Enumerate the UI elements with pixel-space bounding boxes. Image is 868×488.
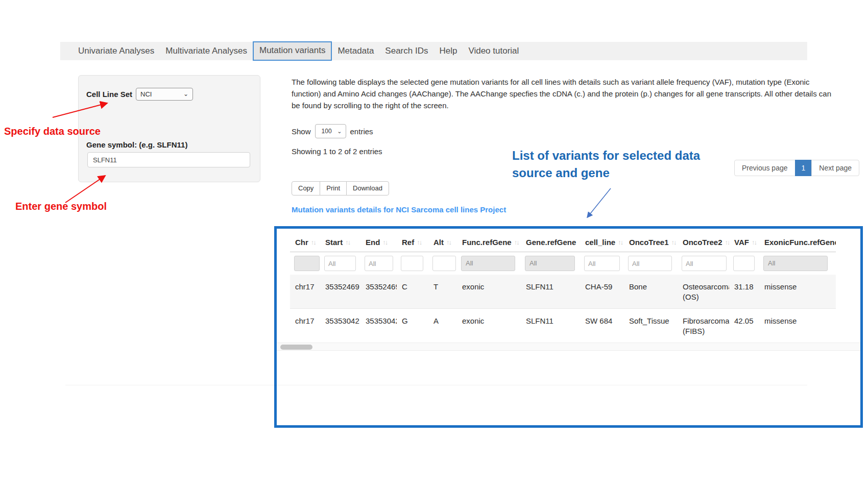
column-header-chr[interactable]: Chr↑↓ — [290, 229, 320, 252]
annotation-specify-data-source: Specify data source — [4, 126, 101, 137]
filter-oncotree2[interactable] — [682, 256, 727, 271]
filter-start[interactable] — [324, 256, 356, 271]
table-row: chr17 35353042 35353042 G A exonic SLFN1… — [290, 309, 836, 343]
filter-oncotree1[interactable] — [628, 256, 672, 271]
cell-line-set-label: Cell Line Set — [86, 90, 132, 99]
tab-help[interactable]: Help — [433, 42, 463, 60]
sort-icon[interactable]: ↑↓ — [578, 238, 580, 246]
column-header-oncotree2[interactable]: OncoTree2↑↓ — [678, 229, 729, 252]
query-panel: Cell Line Set NCI ⌄ Gene symbol: (e.g. S… — [78, 75, 260, 182]
filter-gene-refgene[interactable]: All — [525, 256, 575, 271]
filter-cell-line[interactable] — [584, 256, 620, 271]
filter-func-refgene[interactable]: All — [461, 256, 515, 271]
pagination: Previous page 1 Next page — [734, 160, 859, 176]
sort-icon[interactable]: ↑↓ — [345, 238, 350, 246]
chevron-down-icon: ⌄ — [337, 125, 342, 138]
column-header-end[interactable]: End↑↓ — [360, 229, 397, 252]
table-description: The following table displays the selecte… — [292, 76, 836, 111]
filter-end[interactable] — [365, 256, 393, 271]
variants-table-box: Chr↑↓ Start↑↓ End↑↓ Ref↑↓ Alt↑↓ Func.ref… — [274, 226, 863, 428]
page-length-value: 100 — [322, 128, 332, 135]
gene-symbol-label: Gene symbol: (e.g. SLFN11) — [86, 140, 187, 149]
column-header-cell-line[interactable]: cell_line↑↓ — [580, 229, 624, 252]
column-header-ref[interactable]: Ref↑↓ — [397, 229, 428, 252]
column-header-alt[interactable]: Alt↑↓ — [428, 229, 457, 252]
filter-ref[interactable] — [401, 256, 423, 271]
column-header-gene-refgene[interactable]: Gene.refGene↑↓ — [521, 229, 580, 252]
tab-mutation-variants[interactable]: Mutation variants — [253, 41, 332, 61]
column-header-exonicfunc-refgene[interactable]: ExonicFunc.refGene↑↓ — [759, 229, 836, 252]
entries-label: entries — [350, 127, 373, 136]
sort-icon[interactable]: ↑↓ — [618, 238, 622, 246]
header-row: Chr↑↓ Start↑↓ End↑↓ Ref↑↓ Alt↑↓ Func.ref… — [290, 229, 836, 252]
cell-line-set-select[interactable]: NCI ⌄ — [136, 88, 193, 101]
page-length-select[interactable]: 100 ⌄ — [315, 124, 346, 138]
show-label: Show — [292, 127, 311, 136]
tab-metadata[interactable]: Metadata — [332, 42, 379, 60]
column-header-oncotree1[interactable]: OncoTree1↑↓ — [624, 229, 678, 252]
sort-icon[interactable]: ↑↓ — [752, 238, 756, 246]
column-header-start[interactable]: Start↑↓ — [320, 229, 360, 252]
table-caption-link[interactable]: Mutation variants details for NCI Sarcom… — [292, 205, 506, 214]
download-button[interactable]: Download — [346, 181, 389, 196]
tab-video-tutorial[interactable]: Video tutorial — [463, 42, 524, 60]
arrow-list-of-variants — [587, 188, 611, 217]
sort-icon[interactable]: ↑↓ — [417, 238, 421, 246]
next-page-button[interactable]: Next page — [811, 160, 859, 176]
cell-line-set-value: NCI — [140, 90, 152, 98]
copy-button[interactable]: Copy — [292, 181, 320, 196]
sort-icon[interactable]: ↑↓ — [311, 238, 316, 246]
table-row: chr17 35352469 35352469 C T exonic SLFN1… — [290, 275, 836, 309]
previous-page-button[interactable]: Previous page — [734, 160, 795, 176]
tab-univariate-analyses[interactable]: Univariate Analyses — [73, 42, 160, 60]
chevron-down-icon: ⌄ — [183, 88, 188, 100]
sort-icon[interactable]: ↑↓ — [725, 238, 729, 246]
export-buttons: Copy Print Download — [292, 181, 389, 196]
showing-entries-status: Showing 1 to 2 of 2 entries — [292, 147, 382, 156]
annotation-list-line1: List of variants for selected data — [512, 147, 700, 164]
page-1-button[interactable]: 1 — [795, 160, 812, 176]
column-header-vaf[interactable]: VAF↑↓ — [729, 229, 759, 252]
filter-alt[interactable] — [432, 256, 456, 271]
variants-table: Chr↑↓ Start↑↓ End↑↓ Ref↑↓ Alt↑↓ Func.ref… — [290, 229, 836, 343]
annotation-list-line2: source and gene — [512, 164, 700, 182]
column-header-func-refgene[interactable]: Func.refGene↑↓ — [457, 229, 521, 252]
print-button[interactable]: Print — [320, 181, 347, 196]
filter-vaf[interactable] — [733, 256, 755, 271]
sort-icon[interactable]: ↑↓ — [446, 238, 451, 246]
annotation-list-of-variants: List of variants for selected data sourc… — [512, 147, 700, 182]
scrollbar-thumb[interactable] — [280, 345, 312, 350]
sort-icon[interactable]: ↑↓ — [382, 238, 387, 246]
show-entries-control: Show 100 ⌄ entries — [292, 124, 373, 138]
sort-icon[interactable]: ↑↓ — [514, 238, 519, 246]
sort-icon[interactable]: ↑↓ — [671, 238, 676, 246]
filter-exonicfunc-refgene[interactable]: All — [763, 256, 828, 271]
filter-row: All All All — [290, 252, 836, 275]
top-nav: Univariate Analyses Multivariate Analyse… — [60, 42, 807, 60]
page-divider — [65, 385, 807, 385]
tab-search-ids[interactable]: Search IDs — [379, 42, 433, 60]
annotation-enter-gene-symbol: Enter gene symbol — [15, 201, 107, 212]
horizontal-scrollbar[interactable] — [277, 343, 860, 351]
gene-symbol-input[interactable] — [87, 152, 250, 167]
tab-multivariate-analyses[interactable]: Multivariate Analyses — [160, 42, 253, 60]
filter-chr[interactable] — [294, 256, 320, 271]
